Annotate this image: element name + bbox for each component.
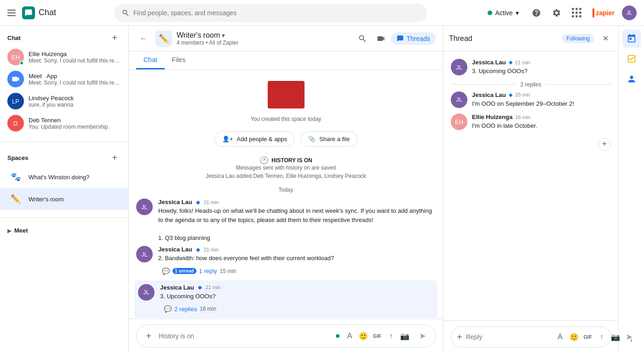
- sidebar-item-meet-info: Meet App Meet: Sorry, I could not fulfil…: [29, 73, 121, 86]
- add-to-thread-button[interactable]: +: [598, 138, 611, 151]
- chat-header-actions: Threads: [354, 30, 436, 47]
- message-3: JL Jessica Lau ◆ 21 min 3. Upcoming OOOs…: [134, 280, 437, 319]
- apps-grid-button[interactable]: [569, 5, 585, 21]
- video-call-button[interactable]: [373, 30, 389, 47]
- add-people-button[interactable]: 👤+ Add people & apps: [214, 131, 295, 147]
- chat-section-header[interactable]: Chat +: [0, 29, 128, 46]
- sidebar-item-winstons[interactable]: 🐾 What's Winston doing?: [0, 166, 128, 188]
- thread-reply-input[interactable]: [466, 333, 546, 341]
- thread-emoji-button[interactable]: 🙂: [568, 330, 581, 343]
- thread-input-add-button[interactable]: +: [457, 330, 462, 343]
- chat-header: ← ✏️ Writer's room ▾ 4 members • All of …: [129, 26, 443, 51]
- sidebar-item-deb-preview: You: Updated room membership.: [29, 124, 121, 130]
- input-add-button[interactable]: +: [142, 330, 155, 342]
- chat-logo-icon: [22, 6, 35, 19]
- add-chat-button[interactable]: +: [108, 31, 121, 44]
- gif-button[interactable]: GIF: [371, 330, 384, 342]
- user-avatar[interactable]: JL: [622, 6, 637, 20]
- sidebar-item-lindsey[interactable]: LP Lindsey Peacock sure, if you wanna: [0, 90, 128, 112]
- search-chat-button[interactable]: [354, 30, 371, 47]
- msg-header-1: Jessica Lau ◆ 21 min: [158, 199, 436, 205]
- settings-button[interactable]: [548, 5, 565, 21]
- date-divider: Today: [129, 183, 443, 197]
- status-button[interactable]: Active ▾: [482, 6, 524, 19]
- help-button[interactable]: [528, 5, 545, 21]
- reply-bubble-icon: 💬: [162, 268, 170, 275]
- sidebar-item-ellie-info: Ellie Huizenga Meet: Sorry, I could not …: [29, 51, 121, 64]
- sidebar-item-meet-name: Meet App: [29, 73, 121, 80]
- avatar-lindsey: LP: [7, 93, 24, 109]
- thread-messages: JL Jessica Lau ◆ 21 min 3. Upcoming OOOs…: [443, 51, 618, 320]
- sidebar-item-ellie[interactable]: EH Ellie Huizenga Meet: Sorry, I could n…: [0, 46, 128, 68]
- thread-reply-2[interactable]: 💬 1 unread 1 reply 15 min: [158, 266, 240, 277]
- contacts-sidebar-button[interactable]: [622, 70, 641, 88]
- tab-chat[interactable]: Chat: [136, 51, 165, 69]
- image-placeholder: [136, 81, 436, 108]
- thread-upload-button[interactable]: ↑: [595, 330, 608, 343]
- thread-msg-header-2: Jessica Lau ◆ 20 min: [472, 91, 611, 98]
- msg-text-3: 3. Upcoming OOOs?: [160, 292, 434, 301]
- spaces-section-header[interactable]: Spaces +: [0, 149, 128, 166]
- following-button[interactable]: Following: [562, 34, 594, 43]
- video-button[interactable]: 📷: [398, 330, 411, 342]
- share-file-button[interactable]: 📎 Share a file: [300, 131, 357, 147]
- avatar-meet: [7, 71, 24, 87]
- meet-section-header[interactable]: ▶ Meet: [7, 225, 121, 236]
- close-thread-button[interactable]: ✕: [598, 31, 613, 46]
- text-format-button[interactable]: A: [343, 330, 356, 342]
- thread-reply-3[interactable]: 💬 2 replies 16 min: [160, 303, 220, 314]
- threads-button[interactable]: Threads: [391, 32, 436, 45]
- message-input[interactable]: [159, 332, 332, 340]
- msg-text-1: Howdy, folks! Heads-up on what we'll be …: [158, 206, 436, 242]
- apps-grid-icon: [572, 8, 581, 17]
- writers-room-icon: ✏️: [7, 191, 24, 207]
- history-notice: 🕐 HISTORY IS ON Messages sent with histo…: [129, 152, 443, 183]
- sidebar-item-deb[interactable]: D Deb Tennen You: Updated room membershi…: [0, 112, 128, 134]
- input-action-buttons: A 🙂 GIF ↑ 📷: [343, 330, 411, 342]
- history-icon: 🕐: [259, 156, 269, 165]
- thread-send-button[interactable]: ➤: [626, 330, 632, 344]
- sidebar-item-meet[interactable]: Meet App Meet: Sorry, I could not fulfil…: [0, 68, 128, 90]
- avatar-ellie: EH: [7, 49, 24, 65]
- msg-time-1: 21 min: [204, 199, 219, 205]
- tasks-sidebar-button[interactable]: [622, 50, 641, 68]
- msg-name-3: Jessica Lau: [160, 284, 194, 291]
- search-input[interactable]: [133, 9, 420, 17]
- messages-area: You created this space today 👤+ Add peop…: [129, 70, 443, 319]
- sidebar-item-lindsey-info: Lindsey Peacock sure, if you wanna: [29, 95, 121, 108]
- sidebar-item-writers-room-info: Writer's room: [29, 196, 121, 203]
- upload-button[interactable]: ↑: [385, 330, 397, 342]
- add-reaction-area: +: [451, 136, 611, 153]
- sidebar-item-writers-room[interactable]: ✏️ Writer's room: [0, 188, 128, 210]
- tab-files[interactable]: Files: [165, 51, 193, 69]
- thread-text-format-button[interactable]: A: [554, 330, 567, 343]
- thread-header: Thread Following ✕: [443, 26, 618, 51]
- spaces-section: Spaces + 🐾 What's Winston doing? ✏️ Writ…: [0, 146, 128, 214]
- sidebar-divider: [0, 142, 128, 142]
- share-file-label: Share a file: [319, 136, 350, 142]
- thread-msg-name-1: Jessica Lau: [472, 59, 506, 66]
- search-bar[interactable]: [114, 4, 427, 22]
- room-meta: 4 members • All of Zapier: [177, 40, 350, 46]
- history-sub-msg: Messages sent with history on are saved: [132, 165, 439, 171]
- thread-gif-button[interactable]: GIF: [581, 330, 594, 343]
- message-2: JL Jessica Lau ◆ 21 min 2. Bandwidth: ho…: [129, 244, 443, 279]
- chat-tabs: Chat Files: [129, 51, 443, 70]
- back-button[interactable]: ←: [136, 31, 151, 46]
- thread-reply-input-area: + A 🙂 GIF ↑ 📷 ➤: [443, 320, 618, 353]
- msg-text-2: 2. Bandwidth: how does everyone feel wit…: [158, 254, 436, 263]
- add-space-button[interactable]: +: [108, 151, 121, 164]
- msg-name-2: Jessica Lau: [158, 246, 192, 253]
- thread-video-button[interactable]: 📷: [609, 330, 622, 343]
- meet-section: ▶ Meet: [0, 222, 128, 239]
- sidebar-item-winstons-name: What's Winston doing?: [29, 174, 121, 181]
- hamburger-menu-icon[interactable]: [7, 7, 18, 18]
- calendar-sidebar-button[interactable]: [622, 29, 641, 48]
- send-button[interactable]: ➤: [415, 329, 430, 343]
- thread-msg-content-2: Jessica Lau ◆ 20 min I'm OOO on Septembe…: [472, 91, 611, 108]
- emoji-button[interactable]: 🙂: [357, 330, 370, 342]
- winston-space-icon: 🐾: [7, 169, 24, 185]
- thread-message-1: JL Jessica Lau ◆ 21 min 3. Upcoming OOOs…: [451, 59, 611, 76]
- thread-msg-name-3: Ellie Huizenga: [472, 114, 512, 120]
- thread-msg-header-3: Ellie Huizenga 16 min: [472, 114, 611, 120]
